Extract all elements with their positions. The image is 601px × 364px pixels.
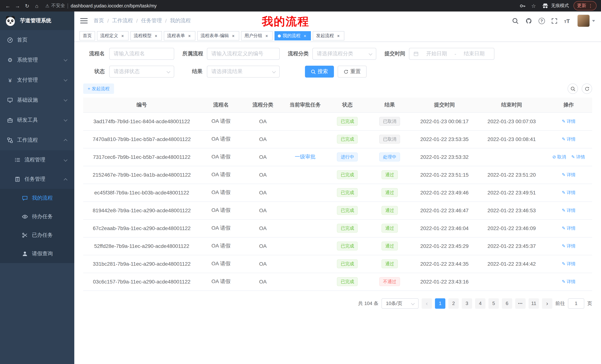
column-header: 编号 <box>83 98 200 112</box>
status-select[interactable]: 请选择状态 <box>109 66 174 77</box>
app-logo-row[interactable]: 芋道管理系统 <box>0 11 74 30</box>
cell-end-time: 2022-01-22 23:44:42 <box>478 255 545 273</box>
detail-link[interactable]: ✎详情 <box>562 136 576 143</box>
page-button-6[interactable]: 6 <box>502 298 512 308</box>
tab-process-definition[interactable]: 流程定义 × <box>97 31 129 40</box>
detail-link[interactable]: ✎详情 <box>562 261 576 267</box>
help-icon[interactable]: ? <box>538 18 545 24</box>
refresh-table-button[interactable] <box>582 84 592 94</box>
more-pages-button[interactable]: ••• <box>515 298 526 308</box>
sidebar-item-done-tasks[interactable]: 已办任务 <box>0 226 74 245</box>
cell-id: 3ad174fb-7b9d-11ec-8404-acde48001122 <box>83 112 200 130</box>
detail-link[interactable]: ✎详情 <box>571 154 585 160</box>
search-icon[interactable] <box>512 17 519 25</box>
tab-start-process[interactable]: 发起流程 × <box>313 31 344 40</box>
search-button[interactable]: 搜索 <box>305 66 334 77</box>
url-text[interactable]: dashboard.yudao.iocoder.cn/bpm/task/my <box>71 3 157 8</box>
back-button[interactable]: ← <box>3 1 13 10</box>
close-icon[interactable]: × <box>264 33 269 38</box>
page-button-11[interactable]: 11 <box>529 298 539 308</box>
sidebar-item-infrastructure[interactable]: 基础设施 <box>0 90 74 110</box>
address-bar[interactable]: ⚠ 不安全 dashboard.yudao.iocoder.cn/bpm/tas… <box>45 3 519 9</box>
result-select[interactable]: 请选择流结果 <box>207 66 280 77</box>
tab-home[interactable]: 首页 <box>80 31 95 40</box>
cell-task: 一级审批 <box>284 148 326 166</box>
sidebar-item-leave-query[interactable]: 请假查询 <box>0 245 74 263</box>
parent-process-input[interactable]: 请输入流程定义的编号 <box>207 48 280 60</box>
password-key-icon[interactable] <box>519 2 526 9</box>
sidebar-item-process-management[interactable]: 流程管理 <box>0 150 74 170</box>
start-process-button[interactable]: + 发起流程 <box>83 84 114 94</box>
date-end-placeholder[interactable]: 结束日期 <box>459 50 490 57</box>
sidebar-item-workflow[interactable]: 工作流程 <box>0 130 74 150</box>
page-size-select[interactable]: 10条/页 <box>381 298 419 308</box>
tab-user-group[interactable]: 用户分组 × <box>241 31 273 40</box>
sidebar-item-todo-tasks[interactable]: 待办任务 <box>0 207 74 226</box>
sidebar-item-label: 支付管理 <box>17 77 38 84</box>
next-page-button[interactable]: › <box>542 298 552 308</box>
current-task-link[interactable]: 一级审批 <box>295 153 316 160</box>
detail-link[interactable]: ✎详情 <box>562 243 576 249</box>
detail-link[interactable]: ✎详情 <box>562 190 576 196</box>
sidebar-item-devtools[interactable]: 研发工具 <box>0 110 74 130</box>
bookmark-star-icon[interactable]: ☆ <box>530 2 537 9</box>
date-start-placeholder[interactable]: 开始日期 <box>421 50 452 57</box>
site-security[interactable]: ⚠ 不安全 <box>45 3 65 9</box>
page-button-2[interactable]: 2 <box>448 298 459 308</box>
avatar[interactable] <box>577 14 590 27</box>
breadcrumb-item[interactable]: 工作流程 <box>112 18 133 24</box>
close-icon[interactable]: × <box>120 33 125 38</box>
detail-link[interactable]: ✎详情 <box>562 279 576 285</box>
tab-process-form[interactable]: 流程表单 × <box>164 31 195 40</box>
close-icon[interactable]: × <box>153 33 159 38</box>
forward-button[interactable]: → <box>13 1 22 10</box>
user-menu[interactable] <box>577 14 595 27</box>
date-range-input[interactable]: 开始日期 - 结束日期 <box>409 48 494 60</box>
cancel-link[interactable]: ⊘取消 <box>552 154 566 160</box>
category-select[interactable]: 请选择流程分类 <box>312 48 376 60</box>
close-icon[interactable]: × <box>336 33 341 38</box>
fullscreen-icon[interactable] <box>551 17 558 25</box>
cell-task <box>284 130 326 148</box>
refresh-icon <box>344 69 348 74</box>
close-icon[interactable]: × <box>231 33 236 38</box>
sidebar-item-my-process[interactable]: 我的流程 <box>0 189 74 207</box>
result-badge: 已取消 <box>379 135 400 144</box>
font-size-icon[interactable]: TT <box>564 18 570 24</box>
sidebar-item-task-management[interactable]: 任务管理 <box>0 170 74 189</box>
tab-process-model[interactable]: 流程模型 × <box>130 31 162 40</box>
goto-page-input[interactable] <box>568 298 584 308</box>
reload-button[interactable]: ↻ <box>22 1 32 10</box>
tab-my-process[interactable]: 我的流程 × <box>274 31 311 40</box>
process-name-input[interactable]: 请输入流程名 <box>109 48 174 60</box>
page-button-5[interactable]: 5 <box>489 298 499 308</box>
detail-link[interactable]: ✎详情 <box>562 172 576 178</box>
sidebar-item-label: 流程管理 <box>25 157 45 163</box>
reset-button[interactable]: 重置 <box>338 66 367 77</box>
page-button-3[interactable]: 3 <box>462 298 472 308</box>
detail-link[interactable]: ✎详情 <box>562 225 576 231</box>
breadcrumb-item[interactable]: 首页 <box>94 18 104 24</box>
home-button[interactable]: ⌂ <box>32 1 42 10</box>
breadcrumb-item[interactable]: 任务管理 <box>141 18 162 24</box>
sidebar-item-home[interactable]: 首页 <box>0 30 74 50</box>
cell-status: 已完成 <box>326 219 369 237</box>
detail-link[interactable]: ✎详情 <box>562 207 576 214</box>
hamburger-icon[interactable] <box>80 17 88 25</box>
sidebar-item-system[interactable]: ⚙ 系统管理 <box>0 50 74 70</box>
update-menu-button[interactable]: 更新 ⋮ <box>573 1 597 10</box>
prev-page-button[interactable]: ‹ <box>421 298 432 308</box>
tab-process-form-edit[interactable]: 流程表单-编辑 × <box>197 31 239 40</box>
github-icon[interactable] <box>525 17 532 25</box>
sidebar-item-payment[interactable]: ¥ 支付管理 <box>0 70 74 90</box>
detail-link[interactable]: ✎详情 <box>562 118 576 125</box>
page-button-4[interactable]: 4 <box>475 298 485 308</box>
page-button-1[interactable]: 1 <box>435 298 445 308</box>
cell-actions: ✎详情 <box>545 255 592 273</box>
close-icon[interactable]: × <box>302 33 308 38</box>
table-row: 67c2eaab-7b9a-11ec-a290-acde48001122 OA … <box>83 219 592 237</box>
table-row: 3ad174fb-7b9d-11ec-8404-acde48001122 OA … <box>83 112 592 130</box>
close-icon[interactable]: × <box>187 33 192 38</box>
status-badge: 已完成 <box>337 135 358 144</box>
toggle-search-button[interactable] <box>568 84 578 94</box>
